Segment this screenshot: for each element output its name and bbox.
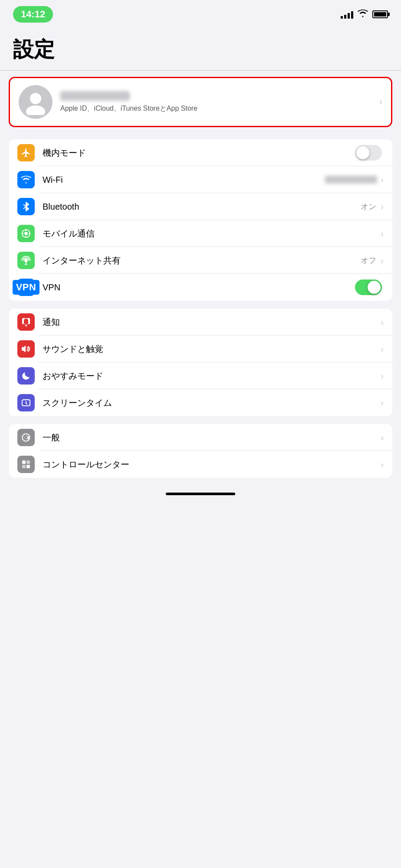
wifi-value (325, 176, 377, 184)
donotdisturb-icon-wrap (17, 367, 35, 385)
apple-id-section: Apple ID、iCloud、iTunes StoreとApp Store › (0, 71, 401, 133)
cellular-chevron: › (381, 229, 384, 239)
cellular-setting-icon (21, 229, 31, 238)
status-bar: 14:12 (0, 0, 401, 27)
svg-point-4 (24, 259, 28, 262)
general-row[interactable]: 一般 › (9, 424, 392, 451)
svg-rect-16 (22, 465, 26, 468)
bluetooth-chevron: › (381, 202, 384, 212)
general-group: 一般 › コントロールセンター › (0, 418, 401, 480)
apple-id-name (60, 91, 130, 101)
status-time: 14:12 (13, 6, 53, 23)
airplane-mode-icon-wrap (17, 144, 35, 161)
controlcenter-icon (21, 460, 31, 469)
general-list: 一般 › コントロールセンター › (9, 424, 392, 478)
page-title: 設定 (13, 36, 388, 63)
hotspot-icon-wrap (17, 252, 35, 269)
cellular-row[interactable]: モバイル通信 › (9, 220, 392, 247)
controlcenter-label: コントロールセンター (43, 459, 381, 470)
airplane-mode-label: 機内モード (43, 147, 355, 159)
airplane-mode-row[interactable]: 機内モード (9, 139, 392, 166)
svg-point-9 (25, 325, 27, 326)
vpn-icon-wrap: VPN (17, 279, 35, 296)
page-title-container: 設定 (0, 27, 401, 70)
notifications-icon-wrap (17, 313, 35, 331)
screentime-chevron: › (381, 398, 384, 408)
notifications-list: 通知 › サウンドと触覚 › おやすみモード › (9, 309, 392, 416)
svg-rect-14 (22, 460, 26, 464)
screentime-row[interactable]: スクリーンタイム › (9, 389, 392, 416)
svg-point-0 (30, 93, 41, 104)
apple-id-subtitle: Apple ID、iCloud、iTunes StoreとApp Store (60, 104, 375, 113)
svg-point-1 (26, 105, 45, 115)
vpn-badge: VPN (13, 280, 40, 295)
hotspot-row[interactable]: インターネット共有 オフ › (9, 247, 392, 274)
network-list: 機内モード Wi-Fi › (9, 139, 392, 301)
screentime-icon-wrap (17, 394, 35, 411)
home-indicator (166, 493, 235, 495)
vpn-toggle[interactable] (355, 279, 382, 295)
wifi-chevron: › (381, 175, 384, 185)
bluetooth-row[interactable]: Bluetooth オン › (9, 193, 392, 220)
bluetooth-icon-wrap (17, 198, 35, 215)
apple-id-chevron: › (379, 96, 382, 108)
hotspot-chevron: › (381, 256, 384, 266)
airplane-mode-toggle[interactable] (355, 145, 382, 161)
gear-icon (21, 433, 31, 442)
status-icons (341, 10, 388, 20)
wifi-setting-icon (21, 176, 31, 184)
sounds-chevron: › (381, 344, 384, 354)
screentime-label: スクリーンタイム (43, 397, 381, 409)
notifications-chevron: › (381, 317, 384, 327)
screentime-icon (21, 398, 31, 408)
cellular-icon-wrap (17, 225, 35, 242)
notifications-group: 通知 › サウンドと触覚 › おやすみモード › (0, 302, 401, 418)
bluetooth-icon (23, 202, 29, 211)
svg-point-13 (25, 436, 27, 439)
donotdisturb-chevron: › (381, 371, 384, 381)
avatar-silhouette-icon (23, 89, 49, 115)
avatar (19, 85, 53, 119)
hotspot-value: オフ (361, 255, 376, 266)
apple-id-card[interactable]: Apple ID、iCloud、iTunes StoreとApp Store › (9, 77, 392, 127)
bluetooth-value: オン (361, 201, 376, 212)
wifi-icon-wrap (17, 171, 35, 188)
airplane-icon (21, 148, 31, 158)
moon-icon (21, 371, 31, 381)
apple-id-info: Apple ID、iCloud、iTunes StoreとApp Store (60, 91, 375, 113)
wifi-status-icon (358, 10, 368, 20)
general-icon-wrap (17, 429, 35, 446)
hotspot-label: インターネット共有 (43, 255, 361, 266)
donotdisturb-label: おやすみモード (43, 370, 381, 382)
cellular-label: モバイル通信 (43, 228, 381, 240)
sounds-icon (21, 344, 31, 354)
general-label: 一般 (43, 432, 381, 444)
svg-point-12 (26, 403, 26, 404)
bluetooth-label: Bluetooth (43, 202, 361, 212)
notifications-label: 通知 (43, 316, 381, 328)
svg-rect-17 (26, 465, 30, 468)
sounds-icon-wrap (17, 340, 35, 358)
sounds-label: サウンドと触覚 (43, 343, 381, 355)
controlcenter-row[interactable]: コントロールセンター › (9, 451, 392, 478)
vpn-label: VPN (43, 283, 355, 293)
network-group: 機内モード Wi-Fi › (0, 133, 401, 302)
svg-rect-15 (26, 460, 30, 464)
wifi-row[interactable]: Wi-Fi › (9, 166, 392, 193)
vpn-row[interactable]: VPN VPN (9, 274, 392, 301)
controlcenter-chevron: › (381, 460, 384, 470)
controlcenter-icon-wrap (17, 456, 35, 473)
donotdisturb-row[interactable]: おやすみモード › (9, 362, 392, 389)
notifications-row[interactable]: 通知 › (9, 309, 392, 335)
general-chevron: › (381, 433, 384, 443)
sounds-row[interactable]: サウンドと触覚 › (9, 335, 392, 362)
hotspot-icon (21, 256, 31, 265)
wifi-label: Wi-Fi (43, 175, 325, 185)
svg-point-3 (24, 232, 28, 235)
signal-icon (341, 10, 353, 19)
notifications-icon (21, 317, 31, 327)
battery-icon (372, 10, 388, 18)
